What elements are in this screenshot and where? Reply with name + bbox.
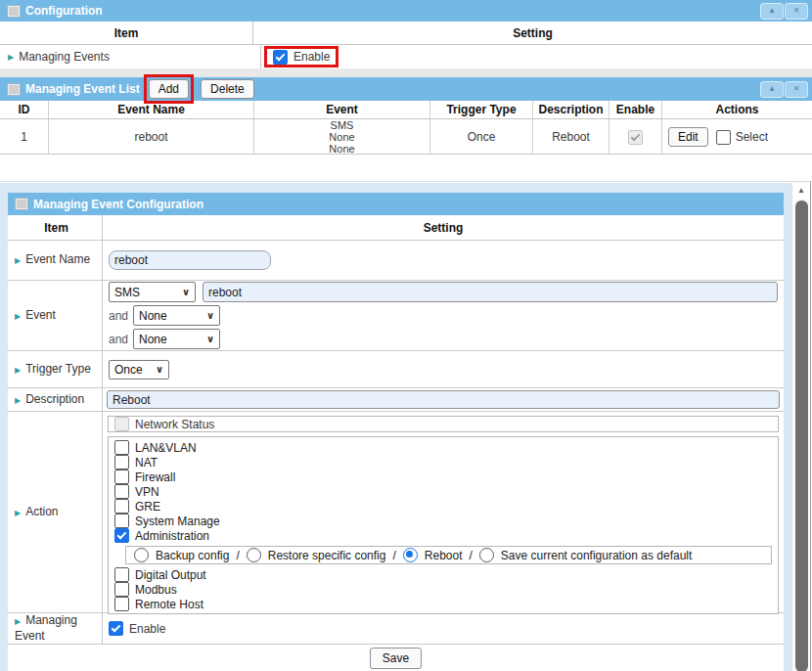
managing-events-enable-checkbox[interactable] — [273, 50, 288, 65]
event-and1-select[interactable]: None ∨ — [133, 305, 220, 326]
bullet-icon: ▶ — [15, 617, 21, 626]
row-select-label: Select — [736, 130, 768, 144]
description-row: ▶Description — [8, 388, 784, 412]
event-row: ▶Event SMS ∨ and None ∨ — [8, 281, 784, 351]
column-header: Actions — [662, 101, 812, 118]
network-status-checkbox — [114, 417, 129, 431]
row-select-checkbox[interactable] — [716, 130, 731, 145]
configuration-panel: Configuration ▲ ✕ Item Setting ▶ Managin… — [0, 0, 812, 68]
action-item: ▶Action — [8, 412, 103, 612]
collapse-button[interactable]: ▲ — [760, 3, 784, 20]
config-table-header: Item Setting — [8, 215, 784, 241]
column-header: ID — [0, 101, 49, 118]
event-type-select[interactable]: SMS ∨ — [109, 282, 196, 302]
event-list-table-header: ID Event Name Event Trigger Type Descrip… — [0, 101, 812, 119]
managing-event-enable-label: Enable — [129, 622, 165, 636]
panel-icon — [8, 6, 20, 17]
event-sms-input[interactable] — [203, 282, 778, 302]
event-line: SMS — [331, 119, 354, 131]
radio-label: Backup config — [156, 549, 229, 562]
radio-save-current-configuration[interactable] — [479, 548, 494, 562]
trigger-type-value: Once — [114, 363, 143, 377]
radio-backup-config[interactable] — [134, 548, 149, 562]
add-button[interactable]: Add — [149, 79, 189, 99]
action-checkbox-label: GRE — [135, 500, 160, 514]
and-label: and — [109, 333, 128, 346]
action-checkbox-label: System Manage — [135, 514, 220, 528]
action-checkbox-system-manage[interactable] — [114, 514, 129, 528]
separator: / — [236, 549, 239, 562]
action-checkbox-label: Digital Output — [135, 568, 206, 582]
action-checkbox-digital-output[interactable] — [114, 567, 129, 582]
bullet-icon: ▶ — [8, 53, 14, 62]
action-checkbox-lan-vlan[interactable] — [114, 440, 129, 455]
action-checkbox-firewall[interactable] — [114, 470, 129, 484]
managing-event-label: Managing Event — [15, 613, 77, 643]
action-checkbox-label: Remote Host — [135, 598, 203, 611]
action-checkbox-nat[interactable] — [114, 455, 129, 470]
event-name-row: ▶Event Name — [8, 241, 784, 281]
action-checkbox-remote-host[interactable] — [114, 597, 129, 611]
managing-event-enable-checkbox[interactable] — [109, 621, 123, 636]
delete-button[interactable]: Delete — [201, 79, 254, 99]
event-name-label: Event Name — [25, 252, 90, 266]
managing-event-item: ▶Managing Event — [8, 613, 103, 644]
column-header-item: Item — [8, 215, 103, 240]
section-divider — [0, 68, 812, 77]
managing-event-row: ▶Managing Event Enable — [8, 613, 784, 645]
action-label: Action — [25, 505, 58, 518]
radio-label: Reboot — [425, 549, 463, 562]
scroll-up-button[interactable]: ▲ — [793, 183, 809, 199]
highlight-box-enable: Enable — [264, 46, 338, 67]
edit-button[interactable]: Edit — [668, 127, 708, 147]
description-input[interactable] — [107, 390, 780, 409]
radio-reboot[interactable] — [403, 548, 418, 562]
chevron-down-icon: ∨ — [206, 310, 214, 321]
radio-label: Save current configuration as default — [501, 549, 692, 562]
cell-actions: Edit Select — [662, 119, 812, 155]
bullet-icon: ▶ — [15, 256, 21, 265]
cell-description: Reboot — [533, 119, 609, 155]
collapse-button[interactable]: ▲ — [760, 81, 784, 98]
chevron-down-icon: ∨ — [156, 364, 163, 375]
column-header: Event — [254, 101, 430, 118]
trigger-type-select[interactable]: Once ∨ — [109, 360, 169, 380]
action-checkbox-modbus[interactable] — [114, 582, 129, 597]
config-form-wrapper: Managing Event Configuration Item Settin… — [0, 183, 791, 671]
close-icon: ✕ — [793, 84, 800, 93]
action-checkbox-gre[interactable] — [114, 499, 129, 514]
chevron-down-icon: ∨ — [206, 334, 214, 344]
trigger-type-label: Trigger Type — [25, 362, 91, 376]
column-header-setting: Setting — [103, 215, 784, 240]
panel-icon — [16, 199, 27, 209]
scroll-up-icon: ▲ — [797, 186, 805, 195]
action-checkbox-administration[interactable] — [114, 528, 129, 543]
managing-events-enable-label: Enable — [293, 50, 330, 64]
panel-icon — [8, 84, 20, 95]
event-item: ▶Event — [8, 281, 103, 350]
save-button[interactable]: Save — [370, 648, 422, 669]
scrollbar-thumb[interactable] — [795, 201, 808, 671]
configuration-header: Configuration ▲ ✕ — [0, 0, 812, 22]
separator: / — [392, 549, 395, 562]
description-label: Description — [25, 392, 84, 406]
close-icon: ✕ — [793, 6, 800, 15]
managing-events-row: ▶ Managing Events Enable — [0, 45, 812, 68]
action-checkbox-label: NAT — [135, 456, 158, 470]
panel-title: Configuration — [25, 4, 103, 18]
action-checkbox-vpn[interactable] — [114, 484, 129, 499]
cell-event: SMS None None — [254, 119, 430, 155]
radio-restore-specific-config[interactable] — [247, 548, 261, 562]
separator: / — [470, 549, 473, 562]
close-button[interactable]: ✕ — [785, 3, 808, 20]
event-name-input[interactable] — [109, 250, 271, 270]
event-name-item: ▶Event Name — [8, 241, 103, 280]
event-and2-select[interactable]: None ∨ — [133, 329, 220, 349]
close-button[interactable]: ✕ — [785, 81, 808, 98]
column-header: Trigger Type — [430, 101, 533, 118]
managing-events-item: ▶ Managing Events — [0, 45, 261, 68]
scroll-container: Managing Event Configuration Item Settin… — [0, 181, 812, 671]
highlight-box-add: Add — [144, 74, 194, 104]
action-options-box: LAN&VLAN NAT Firewall VPN GRE System Man… — [108, 436, 779, 614]
event-line: None — [329, 131, 354, 143]
